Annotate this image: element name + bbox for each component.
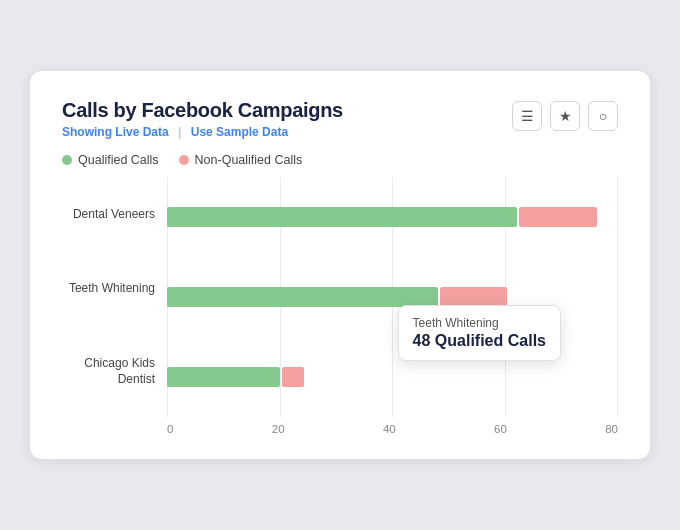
x-tick-60: 60 [494,423,507,435]
card-header: Calls by Facebook Campaigns Showing Live… [62,99,618,139]
nonqualified-label: Non-Qualified Calls [195,153,303,167]
bars-container: Teeth Whitening 48 Qualified Calls [167,177,618,417]
bar-chicago-qualified[interactable] [167,367,280,387]
qualified-label: Qualified Calls [78,153,159,167]
bar-dental-qualified[interactable] [167,207,517,227]
bar-teeth-nonqualified[interactable] [440,287,508,307]
live-data-label: Showing Live Data [62,125,169,139]
chart-legend: Qualified Calls Non-Qualified Calls [62,153,618,167]
y-label-chicago-kids: Chicago KidsDentist [62,356,155,387]
tooltip-title: Teeth Whitening [413,316,546,330]
clock-icon: ○ [599,108,607,124]
bar-row-dental-qualified [167,207,618,227]
qualified-dot [62,155,72,165]
bar-row-chicago-qualified [167,367,618,387]
nonqualified-dot [179,155,189,165]
y-axis-labels: Dental Veneers Teeth Whitening Chicago K… [62,177,167,417]
bar-row-teeth-qualified [167,287,618,307]
y-label-dental-veneers: Dental Veneers [62,207,155,223]
bar-group-teeth-whitening: Teeth Whitening 48 Qualified Calls [167,287,618,307]
bar-chart-icon-btn[interactable]: ☰ [512,101,542,131]
header-left: Calls by Facebook Campaigns Showing Live… [62,99,343,139]
sample-data-link[interactable]: Use Sample Data [191,125,288,139]
tooltip: Teeth Whitening 48 Qualified Calls [398,305,561,361]
legend-nonqualified: Non-Qualified Calls [179,153,303,167]
card: Calls by Facebook Campaigns Showing Live… [30,71,650,459]
x-tick-0: 0 [167,423,173,435]
legend-qualified: Qualified Calls [62,153,159,167]
subtitle-pipe: | [178,125,181,139]
x-axis: 0 20 40 60 80 [167,423,618,435]
x-tick-20: 20 [272,423,285,435]
card-subtitle: Showing Live Data | Use Sample Data [62,125,343,139]
chart-body: Teeth Whitening 48 Qualified Calls 0 20 … [167,177,618,435]
card-title: Calls by Facebook Campaigns [62,99,343,122]
bar-chart-icon: ☰ [521,108,534,124]
x-tick-40: 40 [383,423,396,435]
y-label-teeth-whitening: Teeth Whitening [62,281,155,297]
bar-group-chicago-kids [167,367,618,387]
star-icon-btn[interactable]: ★ [550,101,580,131]
bar-group-dental-veneers [167,207,618,227]
star-icon: ★ [559,108,572,124]
clock-icon-btn[interactable]: ○ [588,101,618,131]
tooltip-value: 48 Qualified Calls [413,332,546,350]
bar-chicago-nonqualified[interactable] [282,367,305,387]
x-tick-80: 80 [605,423,618,435]
chart-area: Dental Veneers Teeth Whitening Chicago K… [62,177,618,435]
bar-dental-nonqualified[interactable] [519,207,598,227]
bar-teeth-qualified[interactable] [167,287,438,307]
toolbar-icons: ☰ ★ ○ [512,101,618,131]
